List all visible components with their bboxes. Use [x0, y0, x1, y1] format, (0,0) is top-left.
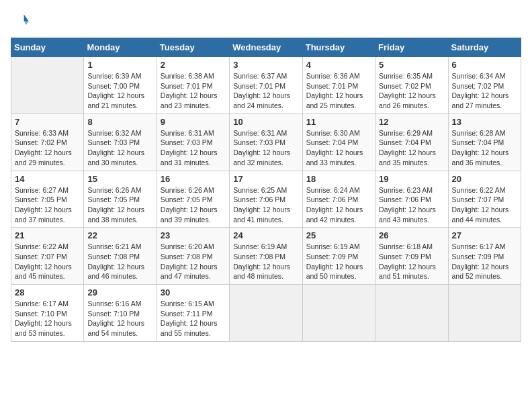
day-info: Sunrise: 6:21 AMSunset: 7:08 PMDaylight:… — [87, 242, 152, 281]
day-info: Sunrise: 6:25 AMSunset: 7:06 PMDaylight:… — [233, 185, 298, 225]
calendar-day-cell: 11Sunrise: 6:30 AMSunset: 7:04 PMDayligh… — [302, 113, 375, 171]
calendar-day-cell: 24Sunrise: 6:19 AMSunset: 7:08 PMDayligh… — [230, 228, 302, 285]
calendar-day-cell: 12Sunrise: 6:29 AMSunset: 7:04 PMDayligh… — [375, 113, 448, 171]
day-info: Sunrise: 6:17 AMSunset: 7:10 PMDaylight:… — [15, 299, 80, 338]
calendar-day-cell: 9Sunrise: 6:31 AMSunset: 7:03 PMDaylight… — [157, 113, 229, 171]
day-info: Sunrise: 6:18 AMSunset: 7:09 PMDaylight:… — [379, 242, 444, 281]
calendar-day-cell: 6Sunrise: 6:34 AMSunset: 7:02 PMDaylight… — [448, 57, 521, 114]
day-info: Sunrise: 6:26 AMSunset: 7:05 PMDaylight:… — [87, 185, 152, 225]
calendar-day-cell: 1Sunrise: 6:39 AMSunset: 7:00 PMDaylight… — [84, 57, 157, 114]
day-number: 1 — [87, 60, 152, 70]
day-number: 10 — [233, 117, 298, 127]
calendar-day-cell: 25Sunrise: 6:19 AMSunset: 7:09 PMDayligh… — [302, 228, 375, 285]
day-info: Sunrise: 6:17 AMSunset: 7:09 PMDaylight:… — [452, 242, 517, 281]
day-info: Sunrise: 6:23 AMSunset: 7:06 PMDaylight:… — [379, 185, 444, 225]
day-number: 8 — [87, 117, 152, 127]
day-number: 29 — [87, 287, 152, 298]
calendar-day-cell: 14Sunrise: 6:27 AMSunset: 7:05 PMDayligh… — [11, 171, 84, 228]
svg-marker-1 — [24, 21, 29, 25]
calendar-day-cell: 4Sunrise: 6:36 AMSunset: 7:01 PMDaylight… — [302, 57, 375, 114]
day-number: 3 — [233, 60, 298, 70]
day-info: Sunrise: 6:15 AMSunset: 7:11 PMDaylight:… — [161, 299, 226, 338]
day-info: Sunrise: 6:19 AMSunset: 7:09 PMDaylight:… — [306, 242, 371, 281]
day-number: 30 — [161, 287, 226, 298]
calendar-day-cell: 30Sunrise: 6:15 AMSunset: 7:11 PMDayligh… — [157, 285, 229, 342]
calendar-day-cell: 29Sunrise: 6:16 AMSunset: 7:10 PMDayligh… — [84, 285, 157, 342]
day-info: Sunrise: 6:30 AMSunset: 7:04 PMDaylight:… — [306, 128, 371, 168]
day-number: 24 — [233, 230, 298, 240]
calendar-day-cell: 10Sunrise: 6:31 AMSunset: 7:03 PMDayligh… — [230, 113, 302, 171]
page-header — [11, 11, 521, 30]
day-number: 21 — [15, 230, 80, 240]
calendar-week-row: 7Sunrise: 6:33 AMSunset: 7:02 PMDaylight… — [11, 113, 521, 171]
calendar-day-cell: 27Sunrise: 6:17 AMSunset: 7:09 PMDayligh… — [448, 228, 521, 285]
day-number: 23 — [161, 230, 226, 240]
day-info: Sunrise: 6:29 AMSunset: 7:04 PMDaylight:… — [379, 128, 444, 168]
day-number: 25 — [306, 230, 371, 240]
day-info: Sunrise: 6:24 AMSunset: 7:06 PMDaylight:… — [306, 185, 371, 225]
day-number: 16 — [161, 174, 226, 184]
day-number: 18 — [306, 174, 371, 184]
svg-marker-0 — [24, 15, 29, 21]
calendar-day-cell — [11, 57, 84, 114]
weekday-header: Saturday — [448, 38, 521, 57]
day-number: 17 — [233, 174, 298, 184]
calendar-day-cell: 16Sunrise: 6:26 AMSunset: 7:05 PMDayligh… — [157, 171, 229, 228]
day-number: 22 — [87, 230, 152, 240]
calendar-day-cell: 28Sunrise: 6:17 AMSunset: 7:10 PMDayligh… — [11, 285, 84, 342]
day-info: Sunrise: 6:31 AMSunset: 7:03 PMDaylight:… — [161, 128, 226, 168]
day-number: 6 — [452, 60, 517, 70]
weekday-header: Friday — [375, 38, 448, 57]
calendar-day-cell: 2Sunrise: 6:38 AMSunset: 7:01 PMDaylight… — [157, 57, 229, 114]
day-info: Sunrise: 6:35 AMSunset: 7:02 PMDaylight:… — [379, 71, 444, 111]
calendar-day-cell — [302, 285, 375, 342]
calendar-table: SundayMondayTuesdayWednesdayThursdayFrid… — [11, 38, 521, 342]
calendar-day-cell: 22Sunrise: 6:21 AMSunset: 7:08 PMDayligh… — [84, 228, 157, 285]
calendar-day-cell: 13Sunrise: 6:28 AMSunset: 7:04 PMDayligh… — [448, 113, 521, 171]
calendar-day-cell — [448, 285, 521, 342]
day-number: 26 — [379, 230, 444, 240]
calendar-day-cell: 3Sunrise: 6:37 AMSunset: 7:01 PMDaylight… — [230, 57, 302, 114]
day-number: 20 — [452, 174, 517, 184]
calendar-day-cell: 23Sunrise: 6:20 AMSunset: 7:08 PMDayligh… — [157, 228, 229, 285]
day-info: Sunrise: 6:16 AMSunset: 7:10 PMDaylight:… — [87, 299, 152, 338]
weekday-header: Wednesday — [230, 38, 302, 57]
calendar-day-cell: 15Sunrise: 6:26 AMSunset: 7:05 PMDayligh… — [84, 171, 157, 228]
day-info: Sunrise: 6:33 AMSunset: 7:02 PMDaylight:… — [15, 128, 80, 168]
day-number: 13 — [452, 117, 517, 127]
calendar-week-row: 21Sunrise: 6:22 AMSunset: 7:07 PMDayligh… — [11, 228, 521, 285]
weekday-header: Tuesday — [157, 38, 229, 57]
calendar-day-cell: 26Sunrise: 6:18 AMSunset: 7:09 PMDayligh… — [375, 228, 448, 285]
calendar-day-cell: 17Sunrise: 6:25 AMSunset: 7:06 PMDayligh… — [230, 171, 302, 228]
day-info: Sunrise: 6:19 AMSunset: 7:08 PMDaylight:… — [233, 242, 298, 281]
day-number: 14 — [15, 174, 80, 184]
day-number: 12 — [379, 117, 444, 127]
weekday-header-row: SundayMondayTuesdayWednesdayThursdayFrid… — [11, 38, 521, 57]
day-number: 4 — [306, 60, 371, 70]
weekday-header: Sunday — [11, 38, 84, 57]
day-number: 27 — [452, 230, 517, 240]
day-info: Sunrise: 6:28 AMSunset: 7:04 PMDaylight:… — [452, 128, 517, 168]
day-info: Sunrise: 6:32 AMSunset: 7:03 PMDaylight:… — [87, 128, 152, 168]
day-info: Sunrise: 6:36 AMSunset: 7:01 PMDaylight:… — [306, 71, 371, 111]
day-info: Sunrise: 6:22 AMSunset: 7:07 PMDaylight:… — [452, 185, 517, 225]
day-number: 15 — [87, 174, 152, 184]
day-number: 28 — [15, 287, 80, 298]
calendar-day-cell: 7Sunrise: 6:33 AMSunset: 7:02 PMDaylight… — [11, 113, 84, 171]
calendar-day-cell: 21Sunrise: 6:22 AMSunset: 7:07 PMDayligh… — [11, 228, 84, 285]
weekday-header: Thursday — [302, 38, 375, 57]
calendar-day-cell: 18Sunrise: 6:24 AMSunset: 7:06 PMDayligh… — [302, 171, 375, 228]
calendar-day-cell: 20Sunrise: 6:22 AMSunset: 7:07 PMDayligh… — [448, 171, 521, 228]
day-info: Sunrise: 6:34 AMSunset: 7:02 PMDaylight:… — [452, 71, 517, 111]
calendar-week-row: 1Sunrise: 6:39 AMSunset: 7:00 PMDaylight… — [11, 57, 521, 114]
calendar-day-cell: 5Sunrise: 6:35 AMSunset: 7:02 PMDaylight… — [375, 57, 448, 114]
logo-icon — [11, 11, 30, 30]
day-number: 19 — [379, 174, 444, 184]
calendar-week-row: 28Sunrise: 6:17 AMSunset: 7:10 PMDayligh… — [11, 285, 521, 342]
day-number: 9 — [161, 117, 226, 127]
calendar-day-cell — [375, 285, 448, 342]
calendar-week-row: 14Sunrise: 6:27 AMSunset: 7:05 PMDayligh… — [11, 171, 521, 228]
day-info: Sunrise: 6:37 AMSunset: 7:01 PMDaylight:… — [233, 71, 298, 111]
calendar-day-cell — [230, 285, 302, 342]
day-number: 2 — [161, 60, 226, 70]
